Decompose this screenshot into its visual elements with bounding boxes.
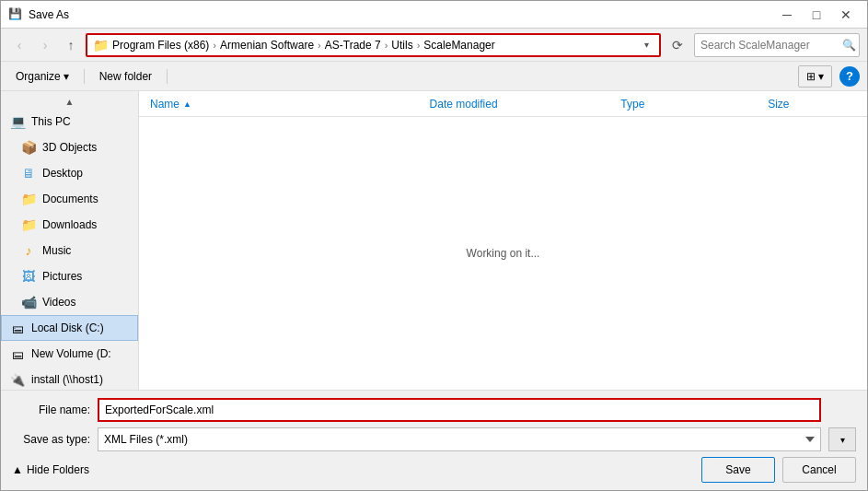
view-button[interactable]: ⊞ ▾	[798, 65, 832, 88]
sidebar-item-videos[interactable]: 📹 Videos	[1, 289, 138, 315]
local-disk-icon: 🖴	[9, 320, 26, 336]
sidebar-item-documents[interactable]: 📁 Documents	[1, 186, 138, 212]
col-name-label: Name	[150, 98, 179, 111]
hide-folders-button[interactable]: ▲ Hide Folders	[12, 460, 89, 480]
content-body: Working on it...	[139, 117, 867, 390]
sidebar-label-local-disk: Local Disk (C:)	[31, 321, 104, 334]
save-button[interactable]: Save	[701, 457, 775, 483]
close-button[interactable]: ✕	[832, 5, 860, 25]
col-header-date[interactable]: Date modified	[422, 91, 614, 116]
3d-objects-icon: 📦	[20, 139, 37, 156]
dialog-buttons: Save Cancel	[701, 457, 856, 483]
new-volume-icon: 🖴	[9, 345, 26, 362]
search-box[interactable]: 🔍	[694, 33, 860, 57]
documents-icon: 📁	[20, 191, 37, 207]
sidebar-item-new-volume[interactable]: 🖴 New Volume (D:	[1, 341, 138, 367]
col-header-type[interactable]: Type	[613, 91, 760, 116]
organize-arrow: ▾	[64, 70, 69, 83]
action-bar: Organize ▾ New folder ⊞ ▾ ?	[1, 62, 867, 91]
sidebar-item-this-pc[interactable]: 💻 This PC	[1, 109, 138, 134]
hide-folders-label: Hide Folders	[27, 463, 89, 476]
title-bar: 💾 Save As ─ □ ✕	[1, 1, 867, 29]
sidebar-item-install[interactable]: 🔌 install (\\host1)	[1, 367, 138, 390]
maximize-button[interactable]: □	[803, 5, 830, 25]
filetype-select-wrapper: XML Files (*.xml)	[98, 427, 821, 451]
sidebar-label-music: Music	[42, 244, 71, 257]
sidebar-scroll-up[interactable]: ▲	[1, 95, 138, 109]
sidebar: ▲ 💻 This PC 📦 3D Objects 🖥 Desktop 📁 Doc…	[1, 91, 139, 390]
sidebar-item-music[interactable]: ♪ Music	[1, 238, 138, 263]
new-folder-label: New folder	[99, 70, 152, 83]
minimize-button[interactable]: ─	[773, 5, 801, 25]
filename-input[interactable]	[98, 398, 821, 422]
videos-icon: 📹	[20, 294, 37, 310]
install-icon: 🔌	[9, 371, 26, 388]
organize-button[interactable]: Organize ▾	[8, 65, 76, 88]
sidebar-label-documents: Documents	[42, 193, 98, 205]
sidebar-label-this-pc: This PC	[31, 115, 71, 128]
main-area: ▲ 💻 This PC 📦 3D Objects 🖥 Desktop 📁 Doc…	[1, 91, 867, 390]
refresh-button[interactable]: ⟳	[665, 33, 690, 57]
dialog-title: Save As	[29, 8, 773, 21]
hide-folders-icon: ▲	[12, 463, 23, 476]
breadcrumb-item-3[interactable]: Utils	[391, 39, 412, 52]
action-separator	[84, 69, 85, 84]
col-header-name[interactable]: Name ▲	[143, 91, 422, 116]
action-separator-2	[167, 69, 168, 84]
view-icon: ⊞	[806, 70, 816, 83]
loading-text: Working on it...	[467, 247, 540, 260]
sidebar-item-local-disk[interactable]: 🖴 Local Disk (C:)	[1, 315, 138, 341]
nav-toolbar: ‹ › ↑ 📁 Program Files (x86) › Armenian S…	[1, 29, 867, 62]
col-type-label: Type	[620, 98, 644, 111]
title-bar-buttons: ─ □ ✕	[773, 5, 860, 25]
filetype-dropdown-arrow[interactable]: ▾	[828, 427, 856, 451]
col-header-size[interactable]: Size	[760, 91, 863, 116]
save-as-dialog: 💾 Save As ─ □ ✕ ‹ › ↑ 📁 Program Files (x…	[0, 0, 868, 491]
pictures-icon: 🖼	[20, 268, 37, 285]
filename-row: File name:	[12, 398, 856, 422]
breadcrumb-path: Program Files (x86) › Armenian Software …	[112, 39, 635, 52]
downloads-icon: 📁	[20, 216, 37, 233]
filetype-select[interactable]: XML Files (*.xml)	[98, 427, 821, 451]
address-dropdown-arrow[interactable]: ▾	[639, 35, 654, 55]
dialog-icon: 💾	[8, 7, 23, 22]
content-area: Name ▲ Date modified Type Size Working o…	[139, 91, 867, 390]
sidebar-label-new-volume: New Volume (D:	[31, 347, 111, 360]
sidebar-item-3d-objects[interactable]: 📦 3D Objects	[1, 134, 138, 160]
filetype-label: Save as type:	[12, 433, 90, 446]
address-bar[interactable]: 📁 Program Files (x86) › Armenian Softwar…	[86, 33, 661, 57]
filetype-row: Save as type: XML Files (*.xml) ▾	[12, 427, 856, 451]
bottom-actions: ▲ Hide Folders Save Cancel	[12, 457, 856, 483]
help-button[interactable]: ?	[839, 66, 860, 87]
sidebar-item-downloads[interactable]: 📁 Downloads	[1, 212, 138, 238]
sidebar-label-3d: 3D Objects	[42, 141, 97, 154]
desktop-icon: 🖥	[20, 165, 37, 181]
up-button[interactable]: ↑	[60, 34, 82, 56]
view-arrow: ▾	[818, 70, 824, 83]
new-folder-button[interactable]: New folder	[92, 65, 159, 88]
search-icon: 🔍	[842, 39, 856, 52]
forward-button[interactable]: ›	[34, 34, 56, 56]
music-icon: ♪	[20, 242, 37, 259]
sidebar-item-pictures[interactable]: 🖼 Pictures	[1, 263, 138, 289]
address-folder-icon: 📁	[93, 38, 109, 53]
sidebar-item-desktop[interactable]: 🖥 Desktop	[1, 160, 138, 186]
breadcrumb-item-2[interactable]: AS-Trade 7	[325, 39, 381, 52]
this-pc-icon: 💻	[9, 113, 26, 130]
sidebar-label-install: install (\\host1)	[31, 373, 103, 386]
column-headers: Name ▲ Date modified Type Size	[139, 91, 867, 117]
sort-arrow: ▲	[183, 99, 191, 109]
back-button[interactable]: ‹	[8, 34, 30, 56]
cancel-button[interactable]: Cancel	[782, 457, 856, 483]
col-size-label: Size	[768, 98, 789, 111]
search-input[interactable]	[700, 39, 839, 52]
breadcrumb-item-0[interactable]: Program Files (x86)	[112, 39, 209, 52]
sidebar-label-downloads: Downloads	[42, 218, 97, 231]
col-date-label: Date modified	[430, 98, 498, 111]
breadcrumb-item-1[interactable]: Armenian Software	[220, 39, 314, 52]
bottom-area: File name: Save as type: XML Files (*.xm…	[1, 390, 867, 490]
sidebar-label-pictures: Pictures	[42, 270, 82, 283]
organize-label: Organize	[16, 70, 61, 83]
sidebar-label-desktop: Desktop	[42, 167, 83, 180]
breadcrumb-item-4[interactable]: ScaleManager	[423, 39, 494, 52]
